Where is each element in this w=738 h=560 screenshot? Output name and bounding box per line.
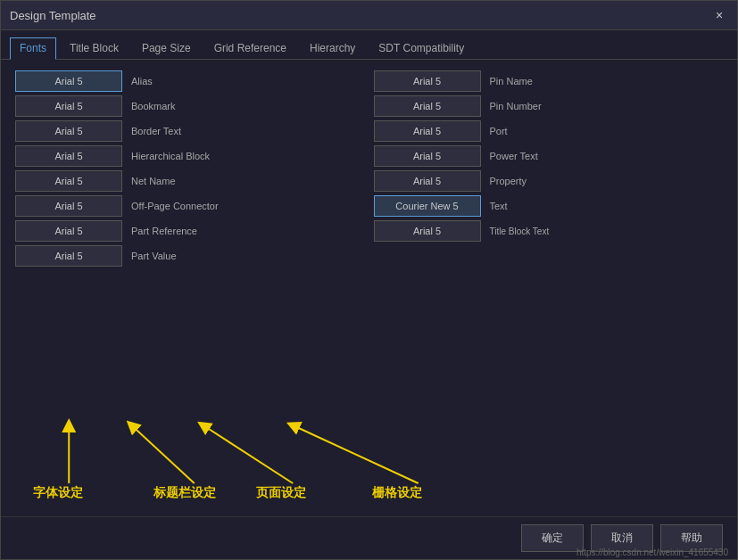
font-btn-power-text[interactable]: Arial 5 [374, 145, 481, 167]
font-btn-port[interactable]: Arial 5 [374, 120, 481, 142]
category-label-pin-number: Pin Number [490, 101, 542, 111]
category-label-text: Text [490, 201, 508, 211]
font-row-off-page: Arial 5 Off-Page Connector [15, 195, 365, 217]
font-row-part-value: Arial 5 Part Value [15, 245, 365, 267]
font-row-part-reference: Arial 5 Part Reference [15, 220, 365, 242]
content-area: Arial 5 Alias Arial 5 Bookmark Arial 5 B… [1, 60, 737, 516]
font-btn-alias[interactable]: Arial 5 [15, 70, 122, 92]
font-btn-text[interactable]: Courier New 5 [374, 195, 481, 217]
annotation-area: 字体设定 标题栏设定 页面设定 栅格设定 [15, 408, 723, 506]
category-label-border-text: Border Text [131, 126, 181, 136]
category-label-off-page: Off-Page Connector [131, 201, 219, 211]
font-row-pin-number: Arial 5 Pin Number [374, 95, 724, 117]
category-label-title-block: Title Block Text [490, 226, 550, 236]
font-btn-part-value[interactable]: Arial 5 [15, 245, 122, 267]
font-row-pin-name: Arial 5 Pin Name [374, 70, 724, 92]
category-label-alias: Alias [131, 76, 153, 86]
category-label-port: Port [490, 126, 508, 136]
font-row-bookmark: Arial 5 Bookmark [15, 95, 365, 117]
tab-fonts[interactable]: Fonts [10, 37, 56, 60]
tab-grid-reference[interactable]: Grid Reference [204, 37, 296, 59]
category-label-part-value: Part Value [131, 251, 177, 261]
font-row-property: Arial 5 Property [374, 170, 724, 192]
svg-line-2 [131, 425, 194, 483]
svg-line-4 [293, 425, 419, 483]
font-row-port: Arial 5 Port [374, 120, 724, 142]
right-font-list: Arial 5 Pin Name Arial 5 Pin Number Aria… [374, 70, 724, 404]
title-bar: Design Template × [1, 1, 737, 30]
font-btn-hierarchical-block[interactable]: Arial 5 [15, 145, 122, 167]
category-label-bookmark: Bookmark [131, 101, 176, 111]
font-btn-pin-number[interactable]: Arial 5 [374, 95, 481, 117]
category-label-net-name: Net Name [131, 176, 176, 186]
close-button[interactable]: × [710, 6, 728, 24]
tab-sdt-compatibility[interactable]: SDT Compatibility [369, 37, 474, 59]
dialog-title: Design Template [10, 9, 96, 22]
annotation-font: 字体设定 [33, 485, 83, 501]
font-row-title-block: Arial 5 Title Block Text [374, 220, 724, 242]
tab-page-size[interactable]: Page Size [132, 37, 201, 59]
annotation-page-size: 页面设定 [256, 485, 306, 501]
font-row-border-text: Arial 5 Border Text [15, 120, 365, 142]
category-label-pin-name: Pin Name [490, 76, 533, 86]
annotation-title-block: 标题栏设定 [153, 485, 216, 501]
font-btn-pin-name[interactable]: Arial 5 [374, 70, 481, 92]
tab-title-block[interactable]: Title Block [60, 37, 129, 59]
category-label-power-text: Power Text [490, 151, 538, 161]
svg-line-3 [203, 425, 293, 483]
font-btn-border-text[interactable]: Arial 5 [15, 120, 122, 142]
font-row-power-text: Arial 5 Power Text [374, 145, 724, 167]
url-label: https://blog.csdn.net/weixin_41655430 [576, 548, 728, 557]
tab-bar: Fonts Title Block Page Size Grid Referen… [1, 30, 737, 60]
font-row-hierarchical-block: Arial 5 Hierarchical Block [15, 145, 365, 167]
font-btn-bookmark[interactable]: Arial 5 [15, 95, 122, 117]
annotation-arrows [15, 408, 723, 506]
annotation-grid-ref: 栅格设定 [372, 485, 422, 501]
font-btn-net-name[interactable]: Arial 5 [15, 170, 122, 192]
font-btn-title-block[interactable]: Arial 5 [374, 220, 481, 242]
confirm-button[interactable]: 确定 [521, 524, 584, 552]
font-row-alias: Arial 5 Alias [15, 70, 365, 92]
category-label-property: Property [490, 176, 527, 186]
font-btn-property[interactable]: Arial 5 [374, 170, 481, 192]
design-template-dialog: Design Template × Fonts Title Block Page… [0, 0, 738, 560]
tab-hierarchy[interactable]: Hierarchy [300, 37, 365, 59]
font-btn-part-reference[interactable]: Arial 5 [15, 220, 122, 242]
main-grid: Arial 5 Alias Arial 5 Bookmark Arial 5 B… [15, 70, 723, 404]
left-font-list: Arial 5 Alias Arial 5 Bookmark Arial 5 B… [15, 70, 365, 404]
font-row-text: Courier New 5 Text [374, 195, 724, 217]
category-label-part-reference: Part Reference [131, 226, 197, 236]
font-row-net-name: Arial 5 Net Name [15, 170, 365, 192]
font-btn-off-page[interactable]: Arial 5 [15, 195, 122, 217]
category-label-hierarchical-block: Hierarchical Block [131, 151, 210, 161]
